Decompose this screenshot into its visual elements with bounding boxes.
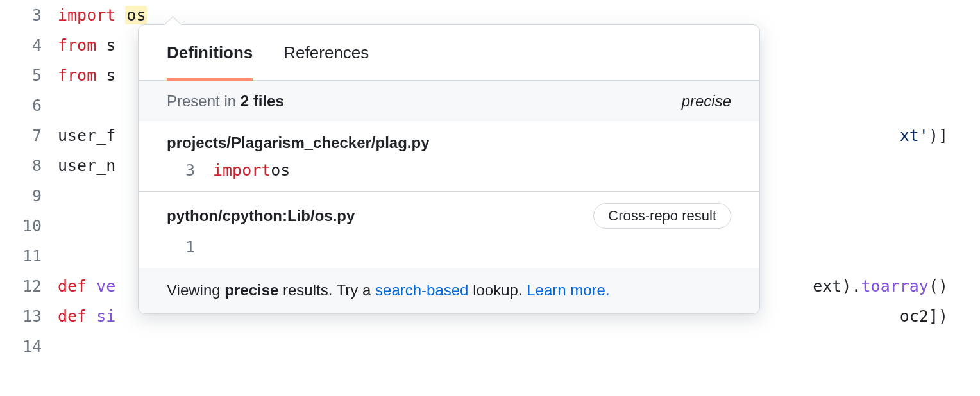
line-number: 7 bbox=[0, 126, 58, 145]
result-item[interactable]: python/cpython:Lib/os.pyCross-repo resul… bbox=[139, 192, 759, 268]
code-token: user_n bbox=[58, 156, 115, 175]
line-number: 11 bbox=[0, 247, 58, 265]
cross-repo-badge: Cross-repo result bbox=[593, 203, 731, 229]
symbol-popover: Definitions References Present in 2 file… bbox=[138, 24, 760, 314]
code-token: from bbox=[58, 36, 96, 54]
search-based-link[interactable]: search-based bbox=[375, 281, 468, 299]
code-token: ext). bbox=[813, 277, 861, 295]
footer-text: Viewing bbox=[167, 281, 224, 299]
line-number: 6 bbox=[0, 96, 58, 115]
result-head: python/cpython:Lib/os.pyCross-repo resul… bbox=[167, 203, 731, 229]
code-token: ve bbox=[96, 277, 115, 295]
line-number: 4 bbox=[0, 36, 58, 54]
line-number: 10 bbox=[0, 217, 58, 235]
result-head: projects/Plagarism_checker/plag.py bbox=[167, 134, 731, 152]
code-token: os bbox=[271, 161, 290, 179]
code-token: () bbox=[929, 277, 948, 295]
line-number: 5 bbox=[0, 66, 58, 85]
popover-results: projects/Plagarism_checker/plag.py3impor… bbox=[139, 122, 759, 268]
line-number: 8 bbox=[0, 156, 58, 175]
code-token: user_f bbox=[58, 126, 115, 145]
result-item[interactable]: projects/Plagarism_checker/plag.py3impor… bbox=[139, 122, 759, 192]
code-token: xt' bbox=[900, 126, 929, 145]
line-number: 9 bbox=[0, 186, 58, 205]
symbol-highlight[interactable]: os bbox=[125, 6, 147, 24]
code-token: )] bbox=[929, 126, 948, 145]
code-token: si bbox=[96, 307, 115, 326]
popover-footer: Viewing precise results. Try a search-ba… bbox=[139, 268, 759, 313]
code-tail: ext).toarray() bbox=[813, 277, 980, 295]
line-number: 12 bbox=[0, 277, 58, 295]
learn-more-link[interactable]: Learn more. bbox=[527, 281, 609, 299]
popover-tabs: Definitions References bbox=[139, 25, 759, 81]
code-token: s bbox=[96, 66, 115, 85]
code-tail: xt')] bbox=[900, 126, 980, 145]
result-path[interactable]: python/cpython:Lib/os.py bbox=[167, 207, 355, 225]
result-code[interactable]: 3import os bbox=[167, 161, 731, 179]
line-number: 14 bbox=[0, 337, 58, 356]
summary-prefix: Present in bbox=[167, 92, 241, 110]
code-token: from bbox=[58, 66, 96, 85]
footer-text: results. Try a bbox=[278, 281, 375, 299]
popover-summary: Present in 2 files precise bbox=[139, 81, 759, 122]
code-source[interactable]: import os bbox=[58, 6, 980, 24]
code-token: s bbox=[96, 36, 115, 54]
footer-bold: precise bbox=[224, 281, 278, 299]
code-token: import bbox=[58, 6, 125, 24]
summary-count: 2 files bbox=[241, 92, 284, 110]
tab-references[interactable]: References bbox=[283, 25, 369, 81]
result-line-number: 3 bbox=[167, 161, 213, 179]
code-token: def bbox=[58, 277, 96, 295]
result-path[interactable]: projects/Plagarism_checker/plag.py bbox=[167, 134, 430, 152]
line-number: 3 bbox=[0, 6, 58, 24]
result-line-number: 1 bbox=[167, 238, 213, 256]
line-number: 13 bbox=[0, 307, 58, 326]
code-token: import bbox=[213, 161, 271, 179]
code-line[interactable]: 14 bbox=[0, 331, 980, 361]
code-token: oc2]) bbox=[900, 307, 948, 326]
summary-mode: precise bbox=[682, 92, 731, 110]
code-token: toarray bbox=[861, 277, 929, 295]
code-token: def bbox=[58, 307, 96, 326]
code-tail: oc2]) bbox=[900, 307, 980, 326]
tab-definitions[interactable]: Definitions bbox=[167, 25, 253, 81]
result-code[interactable]: 1 bbox=[167, 238, 731, 256]
footer-text: lookup. bbox=[468, 281, 527, 299]
